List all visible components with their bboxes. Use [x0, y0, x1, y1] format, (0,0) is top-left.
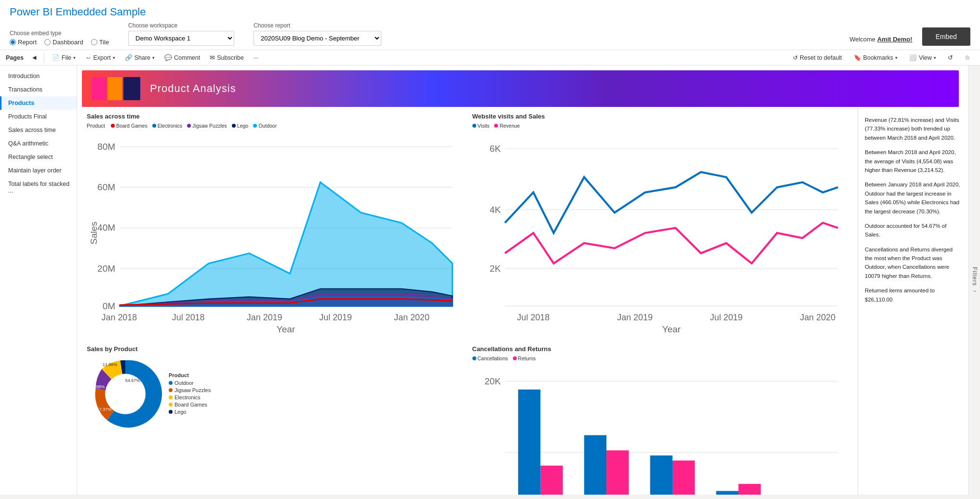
svg-text:Jul 2019: Jul 2019	[710, 313, 742, 322]
radio-tile[interactable]: Tile	[91, 39, 109, 46]
square-pink	[92, 77, 106, 100]
donut-lego-dot	[169, 410, 173, 414]
refresh-icon: ↺	[948, 54, 953, 61]
bookmark-icon: 🔖	[854, 54, 861, 61]
website-visits-section: Website visits and Sales Visits Revenue …	[468, 107, 853, 340]
main-layout: Introduction Transactions Products Produ…	[0, 66, 980, 495]
svg-text:20M: 20M	[97, 263, 115, 274]
file-button[interactable]: 📄 File ▾	[48, 52, 80, 63]
bookmarks-button[interactable]: 🔖 Bookmarks ▾	[850, 52, 902, 63]
app-title: Power BI Embedded Sample	[10, 6, 970, 18]
sidebar-item-introduction[interactable]: Introduction	[0, 69, 77, 83]
export-button[interactable]: ↔ Export ▾	[81, 53, 119, 63]
bar-board-cancel	[716, 491, 738, 495]
top-bar: Power BI Embedded Sample Choose embed ty…	[0, 0, 980, 50]
website-visits-title: Website visits and Sales	[472, 113, 848, 120]
embed-button[interactable]: Embed	[922, 27, 970, 46]
collapse-pages-button[interactable]: ◀	[28, 53, 40, 63]
report-select[interactable]: 2020SU09 Blog Demo - September	[254, 31, 381, 46]
svg-text:Jan 2019: Jan 2019	[617, 313, 653, 322]
square-orange	[107, 77, 122, 100]
refresh-button[interactable]: ↺	[944, 52, 957, 63]
subscribe-icon: ✉	[210, 54, 215, 61]
export-chevron: ▾	[113, 55, 115, 60]
sidebar-item-maintain-layer-order[interactable]: Maintain layer order	[0, 164, 77, 177]
file-icon: 📄	[52, 54, 60, 61]
embed-type-label: Choose embed type	[10, 30, 109, 37]
sidebar-item-qa-arithmetic[interactable]: Q&A arithmetic	[0, 137, 77, 150]
svg-text:Jul 2019: Jul 2019	[319, 313, 352, 322]
product-analysis-title: Product Analysis	[150, 82, 236, 95]
bar-elec-returns	[606, 450, 629, 495]
cancellations-section: Cancellations and Returns Cancellations …	[468, 340, 853, 495]
sidebar-item-products[interactable]: Products	[0, 96, 77, 110]
subscribe-button[interactable]: ✉ Subscribe	[206, 52, 248, 63]
filters-chevron: ⌄	[972, 288, 977, 293]
svg-text:Year: Year	[277, 324, 295, 334]
product-analysis-header: Product Analysis	[82, 70, 959, 107]
sidebar-item-products-final[interactable]: Products Final	[0, 110, 77, 123]
svg-text:60M: 60M	[97, 182, 115, 192]
share-icon: 🔗	[125, 54, 133, 61]
welcome-text: Welcome Amit Demo!	[849, 36, 913, 46]
comment-button[interactable]: 💬 Comment	[161, 52, 204, 63]
legend-returns: Returns	[513, 355, 536, 361]
jigsaw-label: 17.37%	[97, 407, 112, 412]
cancellations-chart: 20K 0K	[472, 364, 848, 495]
donut-legend-electronics: Electronics	[169, 394, 211, 400]
charts-wrapper: Sales across time Product Board Games El…	[77, 107, 858, 495]
legend-jigsaw: Jigsaw Puzzles	[187, 123, 227, 129]
visits-legend: Visits Revenue	[472, 123, 848, 129]
favorite-button[interactable]: ☆	[961, 52, 974, 63]
donut-legend-lego: Lego	[169, 409, 211, 415]
svg-text:Sales: Sales	[89, 222, 99, 244]
svg-text:Jan 2019: Jan 2019	[247, 313, 282, 322]
website-visits-chart: 6K 4K 2K	[472, 131, 848, 334]
donut-legend-outdoor: Outdoor	[169, 380, 211, 386]
collapse-icon: ◀	[32, 54, 36, 61]
donut-outdoor-dot	[169, 381, 173, 385]
report-label: Choose report	[254, 22, 381, 29]
svg-text:6K: 6K	[489, 144, 501, 154]
file-chevron: ▾	[73, 55, 76, 60]
filters-sidebar[interactable]: Filters ⌄	[968, 66, 980, 495]
info-p1: Revenue (72.81% increase) and Visits (77…	[865, 116, 962, 142]
sidebar-item-sales-across-time[interactable]: Sales across time	[0, 123, 77, 137]
share-chevron: ▾	[152, 55, 155, 60]
info-panel: Revenue (72.81% increase) and Visits (77…	[858, 107, 968, 495]
radio-dashboard[interactable]: Dashboard	[44, 39, 83, 46]
sales-by-product-title: Sales by Product	[87, 345, 463, 353]
outdoor-dot	[253, 124, 257, 128]
reset-button[interactable]: ↺ Reset to default	[789, 53, 846, 63]
info-p3: Between January 2018 and April 2020, Out…	[865, 180, 962, 216]
sidebar-item-transactions[interactable]: Transactions	[0, 83, 77, 96]
more-button[interactable]: ···	[250, 53, 262, 63]
info-p6: Returned items amounted to $26,110.00	[865, 286, 962, 304]
workspace-select[interactable]: Demo Workspace 1 Demo Workspace 2	[128, 31, 234, 46]
sidebar-item-total-labels[interactable]: Total labels for stacked ...	[0, 177, 77, 197]
report-select-group: Choose report 2020SU09 Blog Demo - Septe…	[254, 22, 381, 46]
donut-electronics-dot	[169, 395, 173, 399]
legend-outdoor: Outdoor	[253, 123, 277, 129]
embed-type-radio-group: Report Dashboard Tile	[10, 39, 109, 46]
sales-across-time-section: Sales across time Product Board Games El…	[82, 107, 468, 340]
share-button[interactable]: 🔗 Share ▾	[121, 52, 159, 63]
reset-icon: ↺	[793, 54, 798, 61]
svg-text:Jan 2020: Jan 2020	[394, 313, 430, 322]
toolbar-right: ↺ Reset to default 🔖 Bookmarks ▾ ⬜ View …	[789, 52, 974, 63]
pages-sidebar: Introduction Transactions Products Produ…	[0, 66, 77, 495]
svg-text:40M: 40M	[97, 223, 115, 233]
revenue-dot	[494, 124, 498, 128]
svg-text:Year: Year	[662, 324, 680, 334]
view-icon: ⬜	[909, 54, 917, 61]
report-content: Product Analysis Sales across time Produ…	[77, 66, 968, 495]
radio-report[interactable]: Report	[10, 39, 37, 46]
view-button[interactable]: ⬜ View ▾	[905, 52, 940, 63]
comment-icon: 💬	[164, 54, 172, 61]
sales-by-product-section: Sales by Product	[82, 340, 468, 495]
visits-dot	[472, 124, 476, 128]
legend-cancellations: Cancellations	[472, 355, 508, 361]
info-p2: Between March 2018 and April 2020, the a…	[865, 148, 962, 174]
favorite-icon: ☆	[965, 54, 970, 61]
sidebar-item-rectangle-select[interactable]: Rectangle select	[0, 150, 77, 164]
